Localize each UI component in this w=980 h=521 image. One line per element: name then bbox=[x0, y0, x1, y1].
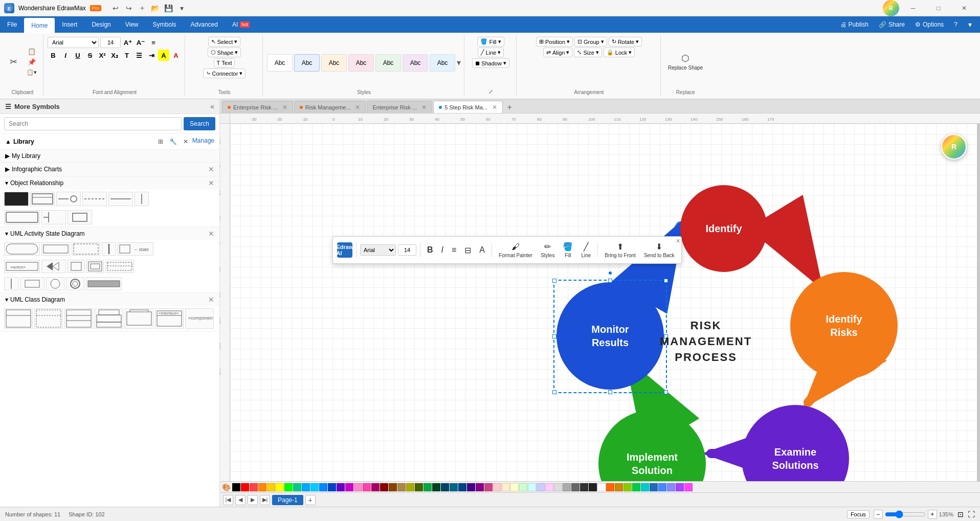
swatch-emerald[interactable] bbox=[632, 483, 640, 491]
save-btn[interactable]: 💾 bbox=[163, 2, 175, 14]
add-tab-btn[interactable]: + bbox=[504, 102, 515, 113]
copy-btn[interactable]: 📋 bbox=[24, 47, 40, 56]
menu-file[interactable]: File bbox=[0, 16, 24, 33]
rotation-handle[interactable] bbox=[608, 270, 613, 276]
ft-bring-front-btn[interactable]: ⬆ Bring to Front bbox=[602, 240, 639, 260]
swatch-darkgray[interactable] bbox=[571, 483, 580, 491]
zoom-out-btn[interactable]: − bbox=[874, 510, 883, 519]
group-btn[interactable]: ⊡ Group ▾ bbox=[574, 37, 607, 47]
redo-btn[interactable]: ↪ bbox=[123, 2, 135, 14]
style-abc-1[interactable]: Abc bbox=[267, 54, 293, 72]
uml-act-sym-8[interactable] bbox=[68, 260, 85, 273]
style-abc-3[interactable]: Abc bbox=[321, 54, 347, 72]
ft-font-select[interactable]: Arial bbox=[360, 244, 396, 256]
object-relationship-header[interactable]: ▾ Object Relationship ✕ bbox=[0, 176, 219, 190]
paste-special-btn[interactable]: 📋▾ bbox=[24, 68, 40, 77]
fill-btn[interactable]: 🪣 Fill ▾ bbox=[477, 37, 504, 47]
shape-monitor-results[interactable]: MonitorResults bbox=[556, 282, 664, 390]
swatch-lightpink[interactable] bbox=[493, 483, 501, 491]
swatch-rose[interactable] bbox=[484, 483, 493, 491]
swatch-medium-purple[interactable] bbox=[676, 483, 684, 491]
ft-fill-btn[interactable]: 🪣 Fill bbox=[560, 240, 576, 260]
zoom-slider[interactable] bbox=[885, 510, 926, 518]
swatch-yellow2[interactable] bbox=[276, 483, 284, 491]
swatch-darkviolet[interactable] bbox=[467, 483, 475, 491]
uml-act-sym-2[interactable] bbox=[41, 242, 70, 256]
select-btn[interactable]: ↖ Select ▾ bbox=[208, 37, 241, 47]
swatch-lightgray[interactable] bbox=[554, 483, 562, 491]
bold-btn[interactable]: B bbox=[48, 50, 59, 61]
size-btn[interactable]: ⤡ Size ▾ bbox=[574, 48, 602, 57]
ft-font-size[interactable] bbox=[398, 244, 416, 256]
fill-line-shadow-expand[interactable]: ⤢ bbox=[488, 88, 493, 95]
swatch-green2[interactable] bbox=[424, 483, 432, 491]
uml-act-sym-12[interactable] bbox=[20, 277, 44, 290]
shape-examine-solutions[interactable]: ExamineSolutions bbox=[742, 405, 849, 481]
swatch-orange[interactable] bbox=[258, 483, 266, 491]
alignment-btn[interactable]: ≡ bbox=[148, 37, 159, 48]
obj-rel-sym-1[interactable] bbox=[4, 192, 29, 206]
font-family-select[interactable]: Arial bbox=[48, 37, 99, 48]
style-abc-2[interactable]: Abc bbox=[294, 54, 320, 72]
menu-design[interactable]: Design bbox=[84, 16, 118, 33]
uml-act-sym-6[interactable]: «action» bbox=[4, 260, 40, 273]
italic-btn[interactable]: I bbox=[60, 50, 71, 61]
edraw-ai-logo[interactable]: Edraw AI bbox=[337, 242, 352, 258]
style-abc-5[interactable]: Abc bbox=[375, 54, 401, 72]
new-btn[interactable]: ＋ bbox=[136, 2, 148, 14]
swatch-darkblue[interactable] bbox=[328, 483, 336, 491]
swatch-white[interactable] bbox=[597, 483, 606, 491]
minimize-btn[interactable]: ─ bbox=[901, 0, 925, 16]
swatch-green[interactable] bbox=[284, 483, 293, 491]
style-abc-6[interactable]: Abc bbox=[403, 54, 428, 72]
align-btn[interactable]: ⇌ Align ▾ bbox=[543, 48, 572, 57]
style-abc-7[interactable]: Abc bbox=[430, 54, 455, 72]
uml-class-sym-6[interactable]: «interface» bbox=[155, 308, 184, 329]
shadow-btn[interactable]: ◼ Shadow ▾ bbox=[472, 58, 509, 68]
handle-tl[interactable] bbox=[552, 279, 556, 283]
tab-1[interactable]: Enterprise Risk ... ✕ bbox=[222, 101, 293, 113]
position-btn[interactable]: ⊞ Position ▾ bbox=[536, 37, 573, 47]
add-page-btn[interactable]: + bbox=[305, 495, 316, 505]
canvas-avatar[interactable]: R bbox=[941, 134, 967, 160]
search-input[interactable] bbox=[4, 117, 182, 130]
swatch-navygreen[interactable] bbox=[441, 483, 449, 491]
settings-library-btn[interactable]: 🔧 bbox=[167, 137, 179, 146]
swatch-charcoal[interactable] bbox=[589, 483, 597, 491]
swatch-darkorange[interactable] bbox=[606, 483, 614, 491]
swatch-lightcyan[interactable] bbox=[528, 483, 536, 491]
share-btn[interactable]: 🔗 Share bbox=[875, 19, 909, 30]
options-btn[interactable]: ⚙ Options bbox=[911, 19, 948, 30]
ft-italic-btn[interactable]: I bbox=[438, 243, 447, 257]
shape-top-red[interactable]: Identify bbox=[680, 185, 767, 272]
ft-font-color-btn[interactable]: A bbox=[476, 243, 488, 257]
menu-expand-btn[interactable]: ▾ bbox=[964, 18, 976, 31]
styles-expand-btn[interactable]: ▾ bbox=[457, 58, 461, 67]
replace-shape-btn[interactable]: ⬡ Replace Shape bbox=[665, 51, 706, 73]
shape-implement-solution[interactable]: ImplementSolution bbox=[598, 410, 706, 481]
obj-rel-sym-6[interactable] bbox=[135, 192, 149, 206]
search-button[interactable]: Search bbox=[184, 117, 215, 130]
swatch-chartreuse[interactable] bbox=[623, 483, 632, 491]
swatch-tan[interactable] bbox=[397, 483, 406, 491]
uml-class-sym-5[interactable] bbox=[125, 308, 153, 329]
swatch-pink[interactable] bbox=[354, 483, 362, 491]
uml-class-sym-2[interactable] bbox=[34, 308, 63, 329]
ft-close-btn[interactable]: ✕ bbox=[676, 238, 680, 244]
uml-class-sym-7[interactable]: «component» bbox=[185, 308, 214, 329]
menu-home[interactable]: Home bbox=[24, 18, 55, 33]
uml-act-sym-15[interactable] bbox=[86, 277, 122, 290]
page-tab-1[interactable]: Page-1 bbox=[272, 495, 303, 505]
indent-btn[interactable]: ⇥ bbox=[146, 50, 157, 61]
swatch-fuchsia[interactable] bbox=[684, 483, 693, 491]
text-btn[interactable]: T Text bbox=[214, 58, 235, 67]
shape-btn[interactable]: ⬡ Shape ▾ bbox=[208, 48, 241, 57]
strikethrough-btn[interactable]: S bbox=[84, 50, 96, 61]
swatch-yellow[interactable] bbox=[267, 483, 275, 491]
close-library-btn[interactable]: ✕ bbox=[181, 137, 190, 146]
menu-ai[interactable]: AI hot bbox=[225, 16, 257, 33]
swatch-gray[interactable] bbox=[563, 483, 571, 491]
ft-send-back-btn[interactable]: ⬇ Send to Back bbox=[641, 240, 677, 260]
swatch-magenta[interactable] bbox=[345, 483, 353, 491]
swatch-darkred[interactable] bbox=[380, 483, 388, 491]
